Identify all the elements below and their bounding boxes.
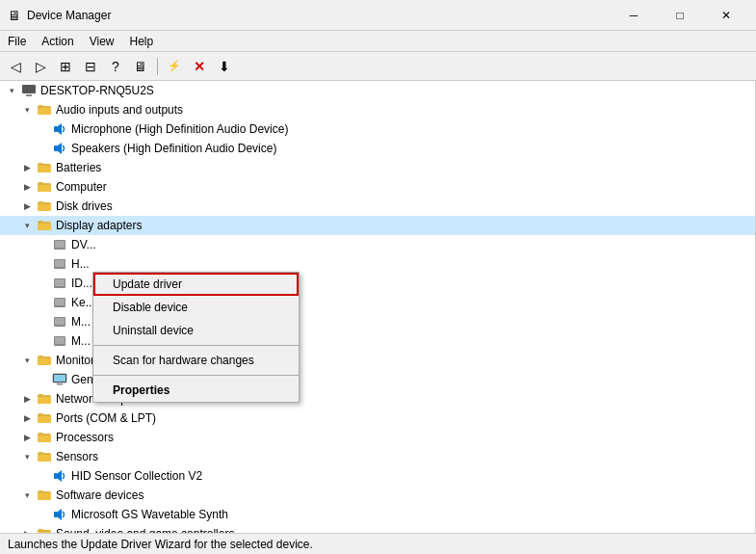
tree-item[interactable]: Microsoft GS Wavetable Synth	[0, 505, 755, 524]
menu-view[interactable]: View	[82, 31, 122, 51]
tree-item[interactable]: ▾Sensors	[0, 447, 755, 466]
download-btn[interactable]: ⬇	[213, 55, 236, 78]
device-icon	[52, 237, 67, 252]
ctx-scan-hardware[interactable]: Scan for hardware changes	[93, 349, 299, 372]
tree-item-label: Sensors	[56, 450, 98, 463]
tree-item[interactable]: ▶Batteries	[0, 158, 755, 177]
main-area: ▾DESKTOP-RNQ5U2S▾Audio inputs and output…	[0, 81, 756, 533]
svg-rect-27	[38, 397, 51, 404]
monitor-icon	[52, 372, 67, 387]
device-icon	[52, 256, 67, 272]
tree-item[interactable]: ▶Sound, video and game controllers	[0, 524, 755, 533]
tree-item[interactable]: ▾Software devices	[0, 486, 755, 505]
context-menu-separator	[93, 345, 299, 346]
tree-item[interactable]: ▾DESKTOP-RNQ5U2S	[0, 81, 755, 100]
close-button[interactable]: ✕	[704, 0, 748, 31]
expand-icon[interactable]: ▶	[19, 526, 35, 533]
svg-rect-18	[55, 299, 65, 305]
folder-icon	[37, 198, 52, 214]
svg-rect-28	[38, 416, 51, 423]
expand-icon[interactable]: ▶	[19, 391, 35, 407]
tree-item[interactable]: Speakers (High Definition Audio Device)	[0, 139, 755, 158]
svg-marker-35	[58, 509, 62, 520]
device-icon	[52, 314, 67, 330]
tree-item[interactable]: ▾Display adapters	[0, 216, 755, 235]
tree-item[interactable]: ▶Processors	[0, 428, 755, 447]
expand-icon[interactable]: ▶	[19, 430, 35, 445]
svg-rect-14	[55, 260, 65, 267]
expand-icon[interactable]: ▾	[19, 102, 35, 118]
status-bar: Launches the Update Driver Wizard for th…	[0, 533, 756, 554]
svg-rect-31	[54, 473, 58, 479]
expand-icon	[35, 372, 50, 387]
expand-icon	[35, 468, 50, 484]
tree-item[interactable]: ▶Computer	[0, 177, 755, 197]
ctx-properties[interactable]: Properties	[93, 379, 299, 402]
remove-btn[interactable]: ✕	[188, 55, 211, 78]
svg-rect-1	[26, 94, 32, 96]
tree-item[interactable]: DV...	[0, 235, 755, 254]
expand-icon[interactable]: ▾	[19, 353, 35, 368]
update-driver-btn[interactable]: ⚡	[163, 55, 186, 78]
back-btn[interactable]: ◁	[4, 55, 27, 78]
context-menu-separator	[93, 375, 299, 376]
tree-item-label: Speakers (High Definition Audio Device)	[71, 142, 276, 155]
expand-icon	[35, 276, 50, 291]
svg-rect-29	[38, 435, 51, 442]
expand-icon[interactable]: ▶	[19, 179, 35, 195]
toolbar: ◁ ▷ ⊞ ⊟ ? 🖥 ⚡ ✕ ⬇	[0, 52, 756, 81]
audio-icon	[52, 141, 67, 156]
svg-marker-6	[58, 143, 62, 154]
toolbar-separator-1	[157, 58, 158, 75]
expand-icon	[35, 256, 50, 272]
forward-btn[interactable]: ▷	[29, 55, 52, 78]
svg-rect-25	[54, 375, 65, 382]
expand-icon[interactable]: ▶	[19, 160, 35, 175]
expand-icon[interactable]: ▾	[19, 488, 35, 503]
tree-item-label: Ke...	[71, 296, 95, 309]
folder-icon	[37, 218, 52, 233]
folder-icon	[37, 430, 52, 445]
device-icon	[52, 276, 67, 291]
tree-item[interactable]: ▶Ports (COM & LPT)	[0, 409, 755, 428]
svg-rect-10	[38, 224, 51, 230]
tree-item-label: Batteries	[56, 161, 101, 174]
tree-item[interactable]: ▶Disk drives	[0, 197, 755, 216]
tree-item[interactable]: ▾Audio inputs and outputs	[0, 100, 755, 119]
tree-item-label: DV...	[71, 238, 96, 251]
expand-icon[interactable]: ▾	[19, 218, 35, 233]
device-icon	[52, 333, 67, 349]
help-btn[interactable]: ?	[104, 55, 127, 78]
minimize-button[interactable]: ─	[612, 0, 656, 31]
tree-item-label: M...	[71, 334, 91, 348]
view-btn[interactable]: ⊞	[54, 55, 77, 78]
expand-icon	[35, 141, 50, 156]
svg-rect-3	[54, 126, 58, 132]
expand-icon[interactable]: ▶	[19, 198, 35, 214]
tree-item-label: Processors	[56, 431, 114, 444]
menu-help[interactable]: Help	[122, 31, 162, 51]
view2-btn[interactable]: ⊟	[79, 55, 102, 78]
tree-item[interactable]: H...	[0, 254, 755, 274]
tree-item-label: Audio inputs and outputs	[56, 103, 183, 117]
tree-item[interactable]: HID Sensor Collection V2	[0, 466, 755, 486]
menu-action[interactable]: Action	[34, 31, 81, 51]
expand-icon[interactable]: ▶	[19, 410, 35, 426]
maximize-button[interactable]: □	[658, 0, 702, 31]
expand-icon[interactable]: ▾	[19, 449, 35, 464]
ctx-uninstall-device[interactable]: Uninstall device	[93, 319, 299, 342]
menu-file[interactable]: File	[0, 31, 34, 51]
tree-item[interactable]: Microphone (High Definition Audio Device…	[0, 119, 755, 139]
title-bar-controls: ─ □ ✕	[612, 0, 748, 31]
menu-bar: File Action View Help	[0, 31, 756, 52]
tree-item-label: Microphone (High Definition Audio Device…	[71, 122, 288, 136]
tree-item-label: DESKTOP-RNQ5U2S	[40, 84, 154, 97]
svg-rect-34	[54, 512, 58, 517]
ctx-disable-device[interactable]: Disable device	[93, 296, 299, 319]
expand-icon[interactable]: ▾	[4, 83, 19, 98]
expand-icon	[35, 333, 50, 349]
tree-panel[interactable]: ▾DESKTOP-RNQ5U2S▾Audio inputs and output…	[0, 81, 756, 533]
computer-btn[interactable]: 🖥	[129, 55, 152, 78]
ctx-update-driver[interactable]: Update driver	[93, 273, 299, 296]
tree-item-label: Sound, video and game controllers	[56, 527, 234, 533]
